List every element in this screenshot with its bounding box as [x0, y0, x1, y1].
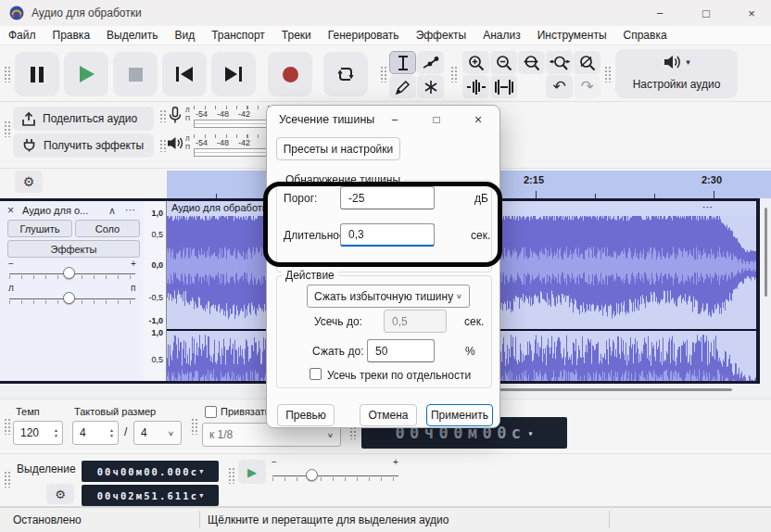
snap-grip[interactable] [191, 418, 198, 435]
audio-setup-grip[interactable] [604, 66, 612, 82]
fit-project-button[interactable] [546, 51, 573, 74]
timeline-options-button[interactable]: ⚙ [15, 171, 43, 193]
cancel-button[interactable]: Отмена [360, 404, 417, 426]
edit-grip[interactable] [450, 66, 458, 82]
action-dropdown[interactable]: Сжать избыточную тишину ∨ [307, 285, 470, 308]
get-effects-button[interactable]: Получить эффекты [13, 133, 154, 158]
redo-button[interactable]: ↷ [574, 75, 600, 98]
apply-button[interactable]: Применить [426, 404, 493, 426]
share-grip[interactable] [4, 120, 11, 137]
zoom-toggle-button[interactable] [574, 51, 600, 74]
vertical-scrollbar[interactable] [765, 208, 767, 297]
menu-generate[interactable]: Генерировать [320, 29, 408, 42]
play-at-speed-grip[interactable] [228, 467, 235, 484]
selection-end-field[interactable]: 00ч02м51.611с ▼ [82, 485, 219, 506]
menu-view[interactable]: Вид [166, 29, 203, 42]
highlight-annotation [263, 182, 502, 267]
gain-slider-thumb[interactable] [63, 267, 75, 279]
timeline-major-tick [714, 191, 714, 198]
silence-selection-button[interactable] [490, 75, 517, 98]
dropdown-icon[interactable]: ▼ [199, 468, 203, 475]
pause-button[interactable] [15, 52, 59, 96]
maximize-button[interactable]: □ [690, 2, 722, 24]
spin-down-icon[interactable]: ▼ [54, 433, 58, 438]
skip-to-start-button[interactable] [162, 52, 207, 96]
selection-start-field[interactable]: 00ч00м00.000с ▼ [82, 461, 219, 482]
selection-start-value[interactable]: 00ч00м00.000с [97, 466, 198, 477]
record-button[interactable] [268, 52, 312, 96]
preview-button[interactable]: Превью [277, 404, 335, 426]
track-collapse-icon[interactable]: ∧ [108, 205, 116, 217]
snap-checkbox[interactable] [205, 406, 217, 418]
spin-down-icon[interactable]: ▼ [109, 433, 114, 438]
plug-icon [22, 138, 36, 153]
tools-grip[interactable] [380, 66, 387, 82]
transport-grip[interactable] [4, 66, 11, 82]
audio-setup-button[interactable]: ▾ Настройки аудио [615, 49, 738, 98]
play-at-speed-button[interactable]: ▶ [238, 460, 266, 484]
record-meter-grip[interactable] [159, 109, 167, 122]
menu-tracks[interactable]: Треки [273, 29, 320, 42]
speed-slider-thumb[interactable] [306, 469, 318, 481]
beats-spinner[interactable]: 4 ▲▼ [72, 421, 119, 445]
selection-end-value[interactable]: 00ч02м51.611с [97, 490, 198, 501]
menu-tools[interactable]: Инструменты [529, 29, 615, 42]
time-signature-label: Тактовый размер [74, 406, 156, 417]
time-toolbar-grip[interactable] [4, 418, 11, 435]
menu-edit[interactable]: Правка [44, 29, 99, 42]
tempo-spinner[interactable]: 120 ▲▼ [13, 421, 63, 445]
beats-value[interactable]: 4 [73, 426, 109, 439]
clip-menu-icon[interactable]: ⋯ [702, 201, 714, 213]
zoom-in-button[interactable] [462, 51, 489, 74]
play-scale-42: -42 [238, 138, 250, 147]
play-meter-left-label: Л [185, 135, 190, 143]
envelope-tool-button[interactable] [417, 51, 444, 74]
trim-outside-selection-button[interactable] [462, 75, 489, 98]
selection-tool-button[interactable] [389, 51, 416, 74]
dialog-close-button[interactable]: × [461, 108, 495, 132]
track-close-icon[interactable]: × [7, 204, 14, 217]
dropdown-icon[interactable]: ▼ [199, 492, 203, 500]
menu-select[interactable]: Выделить [98, 29, 166, 42]
menu-effects[interactable]: Эффекты [408, 29, 475, 42]
fit-selection-button[interactable] [518, 51, 545, 74]
menu-transport[interactable]: Транспорт [203, 29, 273, 42]
track-effects-button[interactable]: Эффекты [7, 240, 140, 258]
undo-button[interactable]: ↶ [546, 75, 573, 98]
menu-help[interactable]: Справка [615, 29, 676, 42]
stop-button[interactable] [113, 52, 158, 96]
skip-to-end-button[interactable] [211, 52, 256, 96]
caret-down-icon[interactable]: ▾ [528, 428, 534, 438]
selection-options-button[interactable]: ⚙ [46, 484, 74, 504]
dialog-minimize-button[interactable]: − [378, 108, 411, 132]
close-button[interactable]: × [736, 2, 767, 24]
mute-button[interactable]: Глушить [7, 220, 72, 237]
independent-tracks-checkbox[interactable] [310, 368, 322, 380]
tempo-value[interactable]: 120 [14, 426, 54, 439]
clip-name[interactable]: Аудио для обработки [171, 202, 272, 213]
presets-settings-button[interactable]: Пресеты и настройки [276, 137, 400, 160]
share-audio-button[interactable]: Поделиться аудио [13, 107, 154, 131]
pan-right-label: п [131, 283, 135, 293]
track-panel-title[interactable]: Аудио для о... [22, 205, 88, 216]
selection-grip[interactable] [4, 471, 11, 488]
multi-tool-button[interactable] [417, 75, 444, 98]
track-menu-icon[interactable]: ⋯ [125, 204, 135, 216]
pan-slider-thumb[interactable] [63, 292, 75, 304]
record-scale-42: -42 [238, 109, 250, 119]
beat-unit-dropdown[interactable]: 4 ∨ [133, 421, 182, 445]
track-control-panel: × Аудио для о... ∧ ⋯ Глушить Соло Эффект… [0, 201, 144, 381]
dialog-maximize-button[interactable]: □ [420, 108, 453, 132]
draw-tool-button[interactable] [389, 75, 416, 98]
loop-button[interactable] [323, 52, 368, 96]
menu-file[interactable]: Файл [0, 29, 44, 42]
zoom-out-button[interactable] [490, 51, 517, 74]
compress-to-input[interactable]: 50 [367, 339, 435, 362]
selection-label: Выделение [17, 462, 76, 475]
solo-button[interactable]: Соло [75, 220, 140, 237]
speed-slider-track[interactable] [272, 475, 398, 476]
play-button[interactable] [64, 52, 108, 96]
play-meter-grip[interactable] [159, 139, 167, 152]
minimize-button[interactable]: − [644, 2, 676, 24]
menu-analyze[interactable]: Анализ [474, 29, 529, 42]
